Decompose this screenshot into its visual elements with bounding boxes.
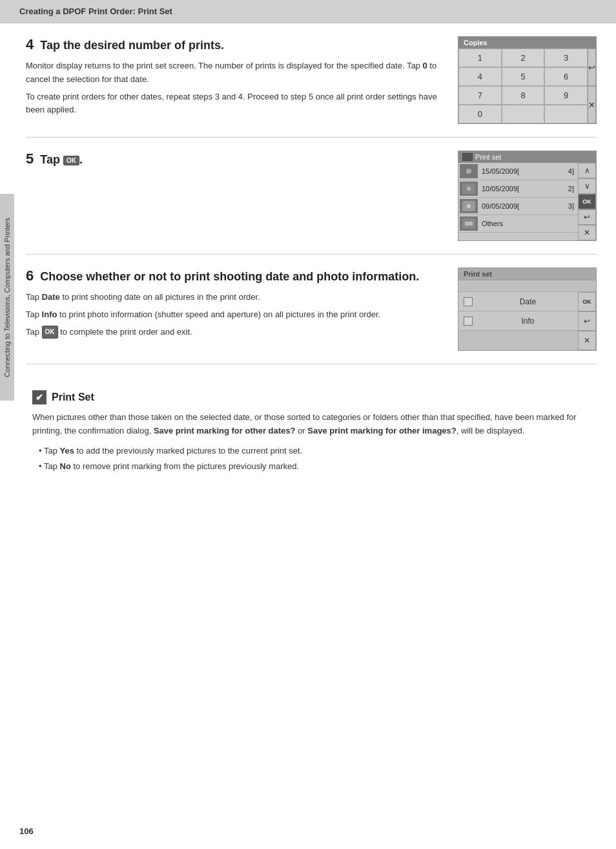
step-4-para-2: To create print orders for other dates, … xyxy=(26,90,445,118)
printset-date-1: 15/05/2009[ xyxy=(479,167,564,175)
copies-content: 1 2 3 4 5 6 7 8 9 0 ↩ xyxy=(458,48,596,123)
printset-title-5: Print set xyxy=(475,153,501,161)
printset-ok-btn[interactable]: OK xyxy=(578,194,596,209)
info-checkbox[interactable] xyxy=(464,317,473,326)
note-section: ✔ Print Set When pictures other than tho… xyxy=(26,390,597,474)
ok-btn-label[interactable]: OK xyxy=(63,156,79,165)
copies-7[interactable]: 7 xyxy=(458,86,502,105)
note-body: When pictures other than those taken on … xyxy=(32,411,590,438)
page-header: Creating a DPOF Print Order: Print Set xyxy=(0,0,616,23)
printset-side-5: ∧ ∨ OK ↩ ✕ xyxy=(578,163,596,240)
sidebar-label: Connecting to Televisions, Computers and… xyxy=(3,218,11,377)
step-6-para-2: Tap Info to print photo information (shu… xyxy=(26,308,445,322)
note-bullet-yes: Tap Yes to add the previously marked pic… xyxy=(39,445,590,458)
printset-others-label: Others xyxy=(479,220,570,227)
printset-row-2: 10/05/2009[ 2] xyxy=(458,180,578,198)
thumb-1 xyxy=(460,164,478,178)
info-rows: Date Info xyxy=(458,292,578,350)
info-info-row: Info xyxy=(458,311,578,331)
step-5-heading: Tap OK. xyxy=(40,153,83,166)
info-screen: Print set Date Info OK xyxy=(458,267,597,351)
step-5-title: 5 Tap OK. xyxy=(26,151,445,167)
date-label: Date xyxy=(478,297,578,306)
date-checkbox[interactable] xyxy=(464,297,473,306)
svg-point-1 xyxy=(466,169,471,174)
copies-2[interactable]: 2 xyxy=(502,48,545,67)
copies-6[interactable]: 6 xyxy=(544,67,588,86)
printset-screen-5: Print set 15/05/2009[ 4] xyxy=(458,151,597,241)
step-6-para-1: Tap Date to print shooting date on all p… xyxy=(26,291,445,304)
main-content: 4 Tap the desired number of prints. Moni… xyxy=(0,23,616,496)
printset-count-1: 4] xyxy=(564,167,578,175)
svg-point-3 xyxy=(467,187,471,191)
note-heading: Print Set xyxy=(52,392,94,403)
step-6-title: 6 Choose whether or not to print shootin… xyxy=(26,267,445,284)
info-label: Info xyxy=(478,317,578,326)
header-title: Creating a DPOF Print Order: Print Set xyxy=(19,6,172,16)
info-side-buttons: OK ↩ ✕ xyxy=(578,292,596,350)
page-number: 106 xyxy=(19,826,34,836)
copies-0[interactable]: 0 xyxy=(458,105,502,123)
printset-count-2: 2] xyxy=(564,185,578,193)
svg-rect-7 xyxy=(465,222,473,225)
printset-rows-5: 15/05/2009[ 4] 10/05/2009[ 2] xyxy=(458,163,578,240)
step-5-screen: Print set 15/05/2009[ 4] xyxy=(458,151,597,241)
info-back-btn[interactable]: ↩ xyxy=(578,311,596,331)
step-4-section: 4 Tap the desired number of prints. Moni… xyxy=(26,23,597,138)
note-title: ✔ Print Set xyxy=(32,390,590,404)
info-spacer xyxy=(458,280,596,292)
printset-row-1: 15/05/2009[ 4] xyxy=(458,163,578,180)
info-close-btn[interactable]: ✕ xyxy=(578,331,596,350)
printset-date-2: 10/05/2009[ xyxy=(479,185,564,193)
step-4-screen: Copies 1 2 3 4 5 6 7 8 9 0 xyxy=(458,36,597,124)
printset-main-5: 15/05/2009[ 4] 10/05/2009[ 2] xyxy=(458,163,596,240)
thumb-3 xyxy=(460,199,478,213)
step-6-number: 6 xyxy=(26,267,34,284)
note-icon: ✔ xyxy=(32,390,46,404)
step-5-section: 5 Tap OK. Print set 1 xyxy=(26,138,597,255)
step-6-left: 6 Choose whether or not to print shootin… xyxy=(26,267,445,351)
printset-row-others: Others xyxy=(458,215,578,233)
printset-row-3: 09/05/2009[ 3] xyxy=(458,198,578,215)
step-6-body: Tap Date to print shooting date on all p… xyxy=(26,291,445,339)
step-4-body: Monitor display returns to the print set… xyxy=(26,59,445,117)
step-5-left: 5 Tap OK. xyxy=(26,151,445,241)
ok-btn-inline-6[interactable]: OK xyxy=(42,326,58,339)
info-ok-btn[interactable]: OK xyxy=(578,292,596,311)
step-4-para-1: Monitor display returns to the print set… xyxy=(26,59,445,87)
step-6-section: 6 Choose whether or not to print shootin… xyxy=(26,255,597,364)
step-6-screen: Print set Date Info OK xyxy=(458,267,597,351)
thumb-2 xyxy=(460,182,478,196)
step-6-para-3: Tap OK to complete the print order and e… xyxy=(26,326,445,339)
printset-count-3: 3] xyxy=(564,202,578,210)
step-4-title: 4 Tap the desired number of prints. xyxy=(26,36,445,53)
printset-down-btn[interactable]: ∨ xyxy=(578,178,596,194)
copies-4[interactable]: 4 xyxy=(458,67,502,86)
copies-1[interactable]: 1 xyxy=(458,48,502,67)
copies-side-buttons: ↩ ✕ xyxy=(588,48,596,123)
copies-5[interactable]: 5 xyxy=(502,67,545,86)
copies-3[interactable]: 3 xyxy=(544,48,588,67)
note-bullets: Tap Yes to add the previously marked pic… xyxy=(32,445,590,474)
copies-9[interactable]: 9 xyxy=(544,86,588,105)
svg-point-5 xyxy=(467,204,471,208)
sidebar-tab: Connecting to Televisions, Computers and… xyxy=(0,194,14,401)
printset-back-btn[interactable]: ↩ xyxy=(578,209,596,225)
copies-back-btn[interactable]: ↩ xyxy=(588,48,596,86)
info-title-bar: Print set xyxy=(458,268,596,280)
printset-date-3: 09/05/2009[ xyxy=(479,202,564,210)
thumb-others xyxy=(460,216,478,231)
copies-close-btn[interactable]: ✕ xyxy=(588,86,596,123)
printset-close-btn[interactable]: ✕ xyxy=(578,225,596,240)
printset-up-btn[interactable]: ∧ xyxy=(578,163,596,178)
step-6-heading: Choose whether or not to print shooting … xyxy=(40,270,419,283)
step-4-left: 4 Tap the desired number of prints. Moni… xyxy=(26,36,445,124)
copies-grid: 1 2 3 4 5 6 7 8 9 0 xyxy=(458,48,588,123)
step-4-number: 4 xyxy=(26,36,34,52)
printset-header-5: Print set xyxy=(458,151,596,163)
info-main-area: Date Info OK ↩ ✕ xyxy=(458,292,596,350)
info-date-row: Date xyxy=(458,292,578,311)
copies-title: Copies xyxy=(458,37,596,48)
copies-8[interactable]: 8 xyxy=(502,86,545,105)
step-4-heading: Tap the desired number of prints. xyxy=(40,39,224,52)
